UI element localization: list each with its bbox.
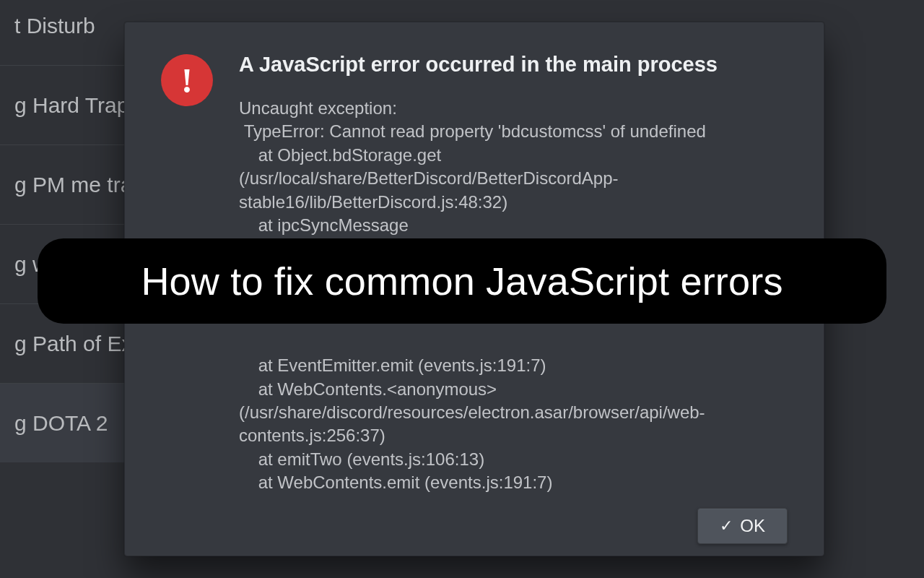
banner-text: How to fix common JavaScript errors bbox=[141, 259, 783, 303]
dialog-title: A JavaScript error occurred in the main … bbox=[239, 53, 788, 77]
check-icon: ✓ bbox=[720, 517, 733, 535]
overlay-banner: How to fix common JavaScript errors bbox=[38, 238, 886, 324]
dialog-footer: ✓ OK bbox=[161, 495, 788, 544]
sidebar-item-label: t Disturb bbox=[14, 14, 95, 38]
sidebar-item-label: g Path of Exil bbox=[14, 332, 142, 356]
error-icon: ! bbox=[161, 54, 213, 106]
ok-button[interactable]: ✓ OK bbox=[697, 508, 788, 544]
sidebar-item-label: g DOTA 2 bbox=[14, 411, 108, 436]
sidebar-item-label: g Hard Trap bbox=[14, 93, 128, 118]
ok-button-label: OK bbox=[740, 516, 765, 536]
